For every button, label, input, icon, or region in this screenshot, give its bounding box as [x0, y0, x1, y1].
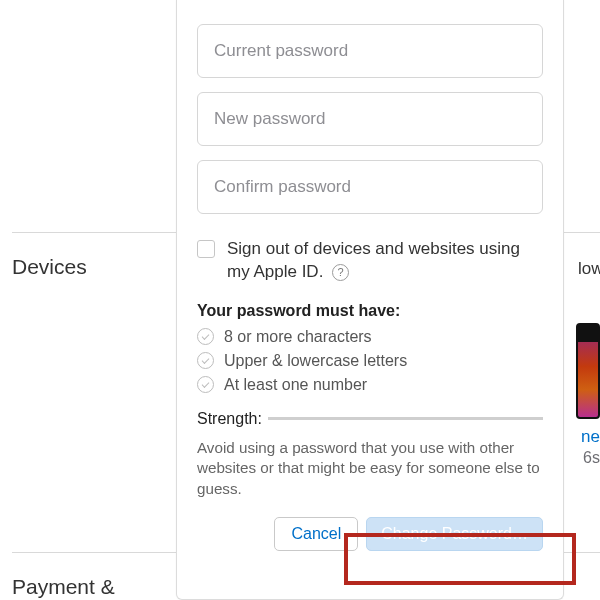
password-advice: Avoid using a password that you use with…: [197, 438, 543, 500]
button-row: Cancel Change Password…: [197, 517, 543, 551]
change-password-popover: Sign out of devices and websites using m…: [176, 0, 564, 600]
requirement-chars-text: 8 or more characters: [224, 328, 372, 346]
requirement-number-text: At least one number: [224, 376, 367, 394]
signout-checkbox-label: Sign out of devices and websites using m…: [227, 238, 520, 284]
signout-checkbox[interactable]: [197, 240, 215, 258]
change-password-button[interactable]: Change Password…: [366, 517, 543, 551]
signout-checkbox-row: Sign out of devices and websites using m…: [197, 238, 543, 284]
requirement-case: Upper & lowercase letters: [197, 352, 543, 370]
current-password-input[interactable]: [197, 24, 543, 78]
new-password-input[interactable]: [197, 92, 543, 146]
requirement-number: At least one number: [197, 376, 543, 394]
device-name-link[interactable]: ne: [572, 427, 600, 447]
check-icon: [197, 352, 214, 369]
strength-row: Strength:: [197, 410, 543, 428]
password-requirements-heading: Your password must have:: [197, 302, 543, 320]
requirement-case-text: Upper & lowercase letters: [224, 352, 407, 370]
page-root: Devices low ne 6s Payment & Sign out of …: [0, 0, 600, 600]
strength-label: Strength:: [197, 410, 262, 428]
requirement-chars: 8 or more characters: [197, 328, 543, 346]
strength-meter: [268, 417, 543, 420]
signout-label-line2: my Apple ID.: [227, 262, 323, 281]
help-icon[interactable]: ?: [332, 264, 349, 281]
device-thumbnail[interactable]: [576, 323, 600, 419]
signout-label-line1: Sign out of devices and websites using: [227, 239, 520, 258]
confirm-password-input[interactable]: [197, 160, 543, 214]
cancel-button[interactable]: Cancel: [274, 517, 358, 551]
device-model: 6s: [572, 449, 600, 467]
check-icon: [197, 376, 214, 393]
devices-subtext: low: [578, 233, 600, 279]
check-icon: [197, 328, 214, 345]
